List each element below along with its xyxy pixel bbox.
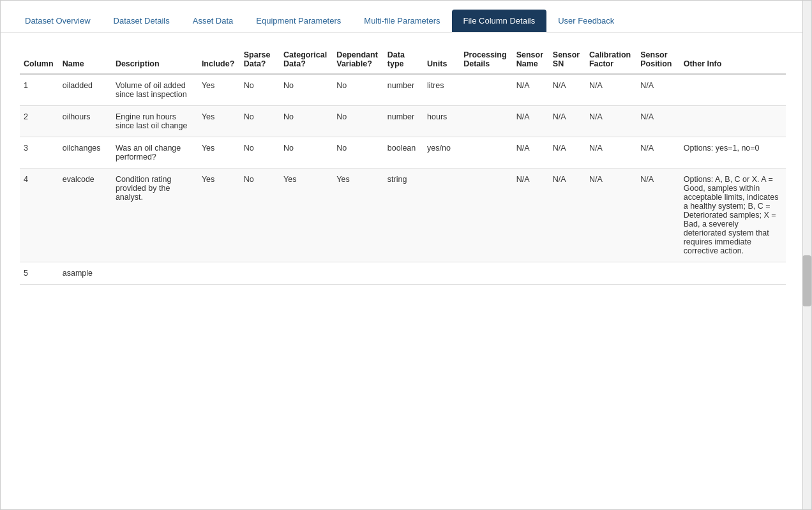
- cell-sensorname: N/A: [513, 106, 549, 137]
- cell-sparse: [240, 262, 280, 285]
- tab-file-column-details[interactable]: File Column Details: [452, 10, 547, 32]
- cell-sensorname: N/A: [513, 169, 549, 262]
- cell-sensorpos: N/A: [636, 169, 680, 262]
- cell-include: Yes: [198, 137, 240, 169]
- tab-equipment-parameters[interactable]: Equipment Parameters: [244, 10, 352, 32]
- cell-datatype: [384, 262, 423, 285]
- cell-sensorname: N/A: [513, 74, 549, 106]
- header-sensorpos: Sensor Position: [636, 45, 680, 74]
- cell-dependant: Yes: [333, 169, 384, 262]
- cell-calibration: N/A: [585, 74, 636, 106]
- main-content: Column Name Description Include? Sparse …: [1, 33, 811, 509]
- cell-sensorpos: N/A: [636, 74, 680, 106]
- tabs-bar: Dataset Overview Dataset Details Asset D…: [1, 1, 811, 33]
- cell-calibration: N/A: [585, 169, 636, 262]
- cell-include: Yes: [198, 169, 240, 262]
- cell-dependant: No: [333, 74, 384, 106]
- cell-sparse: No: [240, 74, 280, 106]
- cell-otherinfo: [680, 262, 786, 285]
- cell-sensorpos: N/A: [636, 106, 680, 137]
- cell-sensorpos: N/A: [636, 137, 680, 169]
- cell-sparse: No: [240, 106, 280, 137]
- cell-otherinfo: Options: yes=1, no=0: [680, 137, 786, 169]
- cell-processing: [460, 74, 512, 106]
- header-column: Column: [20, 45, 59, 74]
- tab-user-feedback[interactable]: User Feedback: [546, 10, 626, 32]
- cell-otherinfo: [680, 106, 786, 137]
- table-row: 2oilhoursEngine run hours since last oil…: [20, 106, 786, 137]
- table-row: 1oiladdedVolume of oil added since last …: [20, 74, 786, 106]
- table-row: 4evalcodeCondition rating provided by th…: [20, 169, 786, 262]
- file-column-table: Column Name Description Include? Sparse …: [20, 45, 786, 285]
- cell-processing: [460, 106, 512, 137]
- tab-asset-data[interactable]: Asset Data: [181, 10, 245, 32]
- cell-column: 2: [20, 106, 59, 137]
- header-description: Description: [112, 45, 198, 74]
- cell-dependant: [333, 262, 384, 285]
- cell-name: asample: [59, 262, 112, 285]
- cell-description: Condition rating provided by the analyst…: [112, 169, 198, 262]
- cell-units: [423, 262, 460, 285]
- cell-include: [198, 262, 240, 285]
- header-sensorname: Sensor Name: [513, 45, 549, 74]
- cell-datatype: string: [384, 169, 423, 262]
- cell-otherinfo: Options: A, B, C or X. A = Good, samples…: [680, 169, 786, 262]
- cell-calibration: [585, 262, 636, 285]
- cell-units: [423, 169, 460, 262]
- cell-include: Yes: [198, 74, 240, 106]
- cell-categorical: Yes: [280, 169, 333, 262]
- cell-calibration: N/A: [585, 137, 636, 169]
- header-otherinfo: Other Info: [680, 45, 786, 74]
- cell-description: [112, 262, 198, 285]
- cell-name: evalcode: [59, 169, 112, 262]
- cell-dependant: No: [333, 137, 384, 169]
- header-calibration: Calibration Factor: [585, 45, 636, 74]
- tab-dataset-overview[interactable]: Dataset Overview: [13, 10, 102, 32]
- table-row: 5asample: [20, 262, 786, 285]
- cell-dependant: No: [333, 106, 384, 137]
- scrollbar[interactable]: [802, 1, 811, 509]
- cell-sensorsn: N/A: [549, 106, 585, 137]
- page-container: Dataset Overview Dataset Details Asset D…: [0, 0, 812, 510]
- cell-name: oilhours: [59, 106, 112, 137]
- cell-datatype: number: [384, 106, 423, 137]
- cell-sensorname: N/A: [513, 137, 549, 169]
- cell-sensorsn: N/A: [549, 137, 585, 169]
- header-datatype: Data type: [384, 45, 423, 74]
- cell-otherinfo: [680, 74, 786, 106]
- cell-categorical: [280, 262, 333, 285]
- cell-processing: [460, 137, 512, 169]
- tab-dataset-details[interactable]: Dataset Details: [102, 10, 181, 32]
- cell-column: 4: [20, 169, 59, 262]
- cell-processing: [460, 262, 512, 285]
- header-dependant: Dependant Variable?: [333, 45, 384, 74]
- header-processing: Processing Details: [460, 45, 512, 74]
- cell-sparse: No: [240, 169, 280, 262]
- cell-column: 1: [20, 74, 59, 106]
- cell-sparse: No: [240, 137, 280, 169]
- cell-datatype: boolean: [384, 137, 423, 169]
- cell-column: 3: [20, 137, 59, 169]
- cell-description: Volume of oil added since last inspectio…: [112, 74, 198, 106]
- cell-name: oilchanges: [59, 137, 112, 169]
- cell-column: 5: [20, 262, 59, 285]
- cell-units: hours: [423, 106, 460, 137]
- cell-name: oiladded: [59, 74, 112, 106]
- cell-sensorsn: [549, 262, 585, 285]
- table-row: 3oilchangesWas an oil change performed?Y…: [20, 137, 786, 169]
- cell-sensorsn: N/A: [549, 74, 585, 106]
- scrollbar-thumb[interactable]: [802, 255, 811, 306]
- header-include: Include?: [198, 45, 240, 74]
- header-units: Units: [423, 45, 460, 74]
- cell-categorical: No: [280, 106, 333, 137]
- cell-units: litres: [423, 74, 460, 106]
- cell-description: Was an oil change performed?: [112, 137, 198, 169]
- header-categorical: Categorical Data?: [280, 45, 333, 74]
- cell-categorical: No: [280, 137, 333, 169]
- cell-sensorsn: N/A: [549, 169, 585, 262]
- tab-multi-file-parameters[interactable]: Multi-file Parameters: [352, 10, 451, 32]
- cell-calibration: N/A: [585, 106, 636, 137]
- cell-description: Engine run hours since last oil change: [112, 106, 198, 137]
- header-sensorsn: Sensor SN: [549, 45, 585, 74]
- header-name: Name: [59, 45, 112, 74]
